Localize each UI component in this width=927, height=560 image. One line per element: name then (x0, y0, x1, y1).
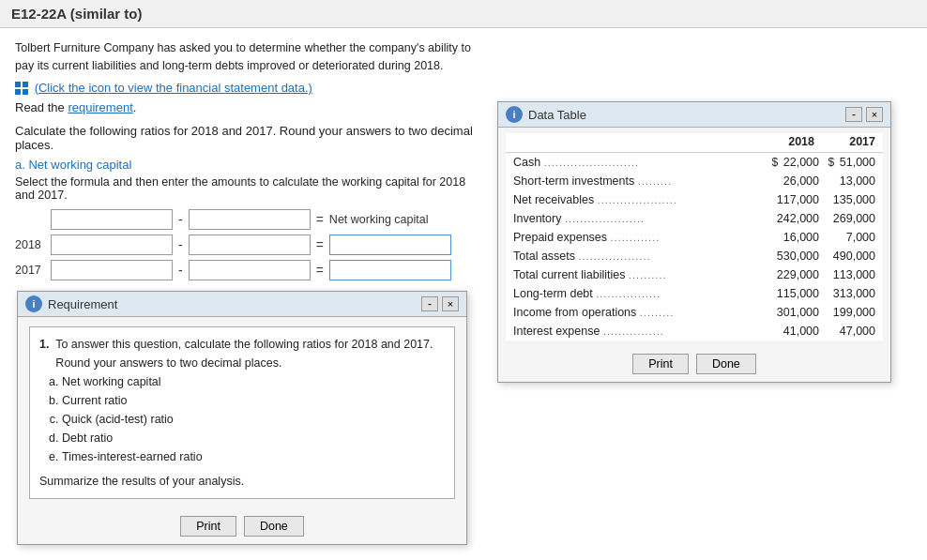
page-title: E12-22A (similar to) (0, 0, 927, 28)
svg-rect-0 (15, 82, 21, 87)
requirement-done-btn[interactable]: Done (244, 516, 304, 537)
requirement-link-row: Read the requirement. (15, 100, 473, 114)
requirement-modal-footer: Print Done (18, 508, 466, 544)
year-2017-label: 2017 (15, 264, 45, 277)
formula-2018-row: 2018 - = (15, 235, 473, 255)
input-2017-a[interactable] (51, 260, 173, 280)
formula-header-input2[interactable] (189, 209, 311, 230)
svg-rect-3 (23, 89, 28, 95)
col-header-2018: 2018 (739, 135, 814, 148)
requirement-title-text: Requirement (48, 297, 117, 311)
requirement-info-icon: i (25, 295, 42, 312)
calculate-instruction: Calculate the following ratios for 2018 … (15, 124, 473, 152)
data-table-print-btn[interactable]: Print (632, 354, 689, 374)
year-2018-label: 2018 (15, 238, 45, 251)
table-row: Total assets ................... 530,000… (506, 247, 883, 265)
main-content: Tolbert Furniture Company has asked you … (0, 28, 488, 296)
input-2017-b[interactable] (189, 260, 311, 280)
col-header-2017: 2017 (814, 135, 875, 148)
requirement-modal-titlebar: i Requirement - × (18, 292, 466, 317)
table-row: Inventory ..................... 242,000 … (506, 209, 883, 228)
equals-2017: = (316, 263, 324, 278)
table-row: Cash ......................... $ 22,000 … (506, 153, 883, 172)
data-table-info-icon: i (506, 106, 523, 123)
req-item-c: Quick (acid-test) ratio (62, 410, 445, 429)
requirement-box: 1. To answer this question, calculate th… (29, 326, 455, 499)
requirement-title-left: i Requirement (25, 295, 117, 312)
equals-2018: = (316, 237, 324, 252)
requirement-list: Net working capital Current ratio Quick … (62, 372, 445, 466)
svg-rect-1 (23, 82, 28, 87)
data-table-modal-titlebar: i Data Table - × (498, 102, 890, 128)
requirement-numbered-item: 1. To answer this question, calculate th… (39, 335, 445, 372)
data-table-close-btn[interactable]: × (866, 107, 883, 122)
data-table-header: 2018 2017 (506, 133, 883, 153)
data-table-modal-controls: - × (845, 107, 883, 122)
table-row: Long-term debt ................. 115,000… (506, 284, 883, 303)
minus-2017: - (178, 263, 183, 278)
requirement-modal-body: 1. To answer this question, calculate th… (18, 317, 466, 508)
select-formula-instruction: Select the formula and then enter the am… (15, 175, 473, 202)
requirement-modal: i Requirement - × 1. To answer this ques… (17, 291, 467, 545)
data-table-modal: i Data Table - × 2018 2017 Cash ........… (497, 101, 891, 383)
svg-rect-2 (15, 89, 21, 95)
formula-header-input1[interactable] (51, 209, 173, 230)
data-table-done-btn[interactable]: Done (696, 354, 756, 374)
grid-icon (15, 82, 28, 95)
minus-sign-header: - (178, 212, 183, 227)
req-item-b: Current ratio (62, 391, 445, 410)
data-table-minimize-btn[interactable]: - (845, 107, 862, 122)
req-item-a: Net working capital (62, 372, 445, 391)
section-a-label: a. Net working capital (15, 158, 473, 172)
icon-link-row[interactable]: (Click the icon to view the financial st… (15, 81, 473, 96)
formula-header-row: - = Net working capital (15, 209, 473, 230)
requirement-minimize-btn[interactable]: - (421, 296, 438, 311)
data-table-title-left: i Data Table (506, 106, 586, 123)
input-2018-b[interactable] (189, 235, 311, 255)
table-row: Prepaid expenses ............. 16,000 7,… (506, 228, 883, 247)
summarize-text: Summarize the results of your analysis. (39, 472, 445, 491)
requirement-close-btn[interactable]: × (442, 296, 459, 311)
data-table-modal-body: 2018 2017 Cash .........................… (498, 128, 890, 346)
result-2017[interactable] (329, 260, 451, 280)
requirement-print-btn[interactable]: Print (180, 516, 236, 537)
data-table-title-text: Data Table (528, 108, 586, 122)
formula-2017-row: 2017 - = (15, 260, 473, 280)
table-row: Net receivables ..................... 11… (506, 190, 883, 209)
data-table-modal-footer: Print Done (498, 346, 890, 382)
icon-link-text[interactable]: (Click the icon to view the financial st… (35, 81, 312, 95)
table-row: Short-term investments ......... 26,000 … (506, 172, 883, 190)
input-2018-a[interactable] (51, 235, 173, 255)
req-item-e: Times-interest-earned ratio (62, 447, 445, 466)
problem-statement: Tolbert Furniture Company has asked you … (15, 39, 473, 75)
table-row: Total current liabilities .......... 229… (506, 265, 883, 284)
minus-2018: - (178, 237, 183, 252)
result-2018[interactable] (329, 235, 451, 255)
equals-sign-header: = (316, 212, 324, 227)
table-row: Interest expense ................ 41,000… (506, 322, 883, 341)
data-table-inner: 2018 2017 Cash .........................… (506, 133, 883, 341)
table-row: Income from operations ......... 301,000… (506, 303, 883, 322)
formula-result-label: Net working capital (329, 213, 429, 226)
req-item-d: Debt ratio (62, 429, 445, 447)
requirement-modal-controls: - × (421, 296, 459, 311)
requirement-link[interactable]: requirement (68, 100, 132, 114)
